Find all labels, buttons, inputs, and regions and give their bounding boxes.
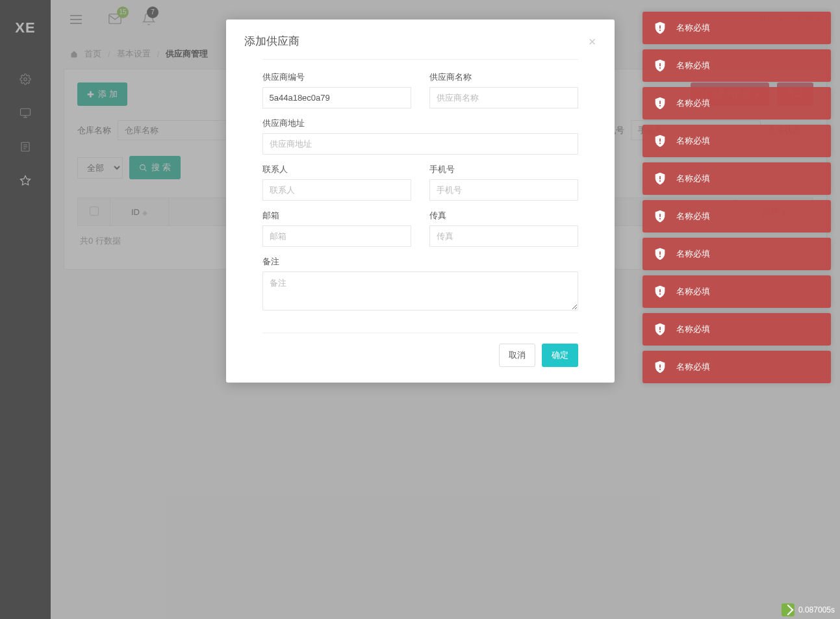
error-toast[interactable]: 名称必填 <box>643 125 831 157</box>
perf-icon <box>782 603 795 616</box>
input-supplier-code[interactable] <box>262 87 411 108</box>
svg-point-13 <box>659 30 661 31</box>
svg-point-25 <box>659 256 661 257</box>
svg-point-21 <box>659 181 661 182</box>
toast-message: 名称必填 <box>676 361 710 373</box>
input-fax[interactable] <box>429 225 578 247</box>
perf-indicator: 0.087005s <box>782 603 835 616</box>
input-email[interactable] <box>262 225 411 247</box>
label-phone: 手机号 <box>429 164 578 175</box>
add-supplier-modal: 添加供应商 × 供应商编号 供应商名称 供应商地址 <box>226 19 615 383</box>
toast-message: 名称必填 <box>676 22 710 34</box>
shield-alert-icon <box>653 21 667 35</box>
toast-message: 名称必填 <box>676 248 710 260</box>
shield-alert-icon <box>653 322 667 336</box>
label-fax: 传真 <box>429 210 578 221</box>
confirm-button[interactable]: 确定 <box>542 344 578 367</box>
toast-message: 名称必填 <box>676 97 710 109</box>
shield-alert-icon <box>653 360 667 374</box>
shield-alert-icon <box>653 96 667 110</box>
toast-message: 名称必填 <box>676 210 710 222</box>
toast-message: 名称必填 <box>676 60 710 71</box>
close-icon[interactable]: × <box>589 35 596 48</box>
error-toast[interactable]: 名称必填 <box>643 12 831 44</box>
svg-point-31 <box>659 369 661 370</box>
svg-point-19 <box>659 143 661 144</box>
shield-alert-icon <box>653 58 667 73</box>
label-supplier-code: 供应商编号 <box>262 71 411 83</box>
toast-message: 名称必填 <box>676 135 710 147</box>
label-remark: 备注 <box>262 256 578 268</box>
svg-point-15 <box>659 68 661 69</box>
toast-stack: 名称必填名称必填名称必填名称必填名称必填名称必填名称必填名称必填名称必填名称必填 <box>643 12 831 383</box>
error-toast[interactable]: 名称必填 <box>643 238 831 270</box>
error-toast[interactable]: 名称必填 <box>643 49 831 82</box>
input-phone[interactable] <box>429 179 578 201</box>
toast-message: 名称必填 <box>676 286 710 297</box>
svg-point-17 <box>659 105 661 107</box>
error-toast[interactable]: 名称必填 <box>643 275 831 308</box>
toast-message: 名称必填 <box>676 173 710 184</box>
svg-point-27 <box>659 294 661 295</box>
shield-alert-icon <box>653 171 667 186</box>
modal-title: 添加供应商 <box>244 34 299 49</box>
shield-alert-icon <box>653 134 667 148</box>
label-supplier-address: 供应商地址 <box>262 118 578 129</box>
label-supplier-name: 供应商名称 <box>429 71 578 83</box>
cancel-button[interactable]: 取消 <box>499 344 535 367</box>
perf-time: 0.087005s <box>798 605 835 614</box>
input-contact[interactable] <box>262 179 411 201</box>
error-toast[interactable]: 名称必填 <box>643 351 831 383</box>
error-toast[interactable]: 名称必填 <box>643 313 831 346</box>
input-supplier-address[interactable] <box>262 133 578 155</box>
label-contact: 联系人 <box>262 164 411 175</box>
error-toast[interactable]: 名称必填 <box>643 87 831 120</box>
error-toast[interactable]: 名称必填 <box>643 200 831 233</box>
svg-point-29 <box>659 331 661 333</box>
error-toast[interactable]: 名称必填 <box>643 162 831 195</box>
svg-point-23 <box>659 218 661 220</box>
shield-alert-icon <box>653 284 667 299</box>
input-supplier-name[interactable] <box>429 87 578 108</box>
label-email: 邮箱 <box>262 210 411 221</box>
toast-message: 名称必填 <box>676 323 710 335</box>
shield-alert-icon <box>653 209 667 223</box>
input-remark[interactable] <box>262 272 578 310</box>
shield-alert-icon <box>653 247 667 261</box>
